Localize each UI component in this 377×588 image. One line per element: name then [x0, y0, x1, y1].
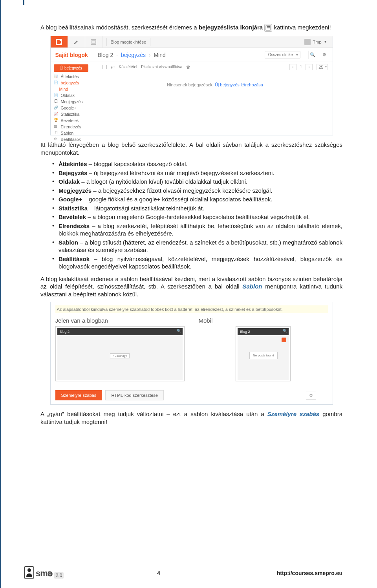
mobile-heading: Mobil [199, 317, 328, 324]
breadcrumb-row: Saját blogok Blog 2 · bejegyzés › Mind Ö… [51, 48, 333, 62]
chevron-down-icon: ▼ [324, 40, 327, 44]
tag-icon[interactable]: 🏷 [111, 65, 115, 69]
trash-icon[interactable]: 🗑 [186, 65, 190, 69]
footer-url: http://courses.smepro.eu [277, 570, 342, 576]
sidebar-item-statisztika[interactable]: 📈Statisztika [54, 111, 98, 117]
page-footer: smə 2.0 4 http://courses.smepro.eu [1, 570, 377, 576]
posts-link[interactable]: bejegyzés [121, 52, 146, 58]
blogger-logo-tab[interactable] [51, 36, 68, 47]
live-heading: Jelen van a blogban [55, 317, 185, 324]
list-item: Sablon – a blog stílusát (hátteret, az e… [52, 239, 342, 254]
main-area: 🏷 Közzététel Piszkozat visszaállítása 🗑 … [98, 62, 333, 135]
sidebar-item-mind[interactable]: Mind [54, 86, 98, 92]
empty-state: Nincsenek bejegyzések. Új bejegyzés létr… [98, 72, 333, 87]
posts-toolbar: 🏷 Közzététel Piszkozat visszaállítása 🗑 … [98, 62, 333, 72]
intro-post: kattintva megkezdeni! [274, 24, 331, 31]
template-hint: Az alapsablonból kiindulva személyre sza… [55, 305, 328, 313]
sidebar-icon: 💬 [54, 99, 59, 104]
svg-rect-3 [267, 29, 270, 29]
sidebar-icon: ▦ [54, 124, 59, 129]
search-icon[interactable]: 🔍 [308, 51, 317, 59]
list-item: Áttekintés – bloggal kapcsolatos összegz… [52, 160, 342, 168]
prev-page-button[interactable]: ‹ [289, 64, 296, 70]
version-badge: 2.0 [54, 572, 64, 579]
list-item: Oldalak – a blogot (a nyitóoldalon kívül… [52, 178, 342, 186]
list-item: Megjegyzés – a bejegyzésekhez fűzött olv… [52, 187, 342, 195]
list-item: Beállítások – blog nyilvánosságával, köz… [52, 255, 342, 270]
desktop-preview[interactable]: Blog 2🔍 + Jóváhagy [55, 326, 185, 381]
sidebar-item-elrendezés[interactable]: ▦Elrendezés [54, 124, 98, 130]
no-posts-label: No posts found [249, 352, 278, 359]
sidebar-icon: 🅃 [54, 131, 59, 135]
publish-button[interactable]: Közzététel [119, 65, 137, 69]
sme-logo: smə [36, 568, 53, 579]
list-item: Bevételek – a blogon megjelenő Google-hi… [52, 213, 342, 221]
sidebar-item-megjegyzés[interactable]: 💬Megjegyzés [54, 99, 98, 105]
paragraph-2: Itt látható lényegében a blog belső szer… [40, 141, 342, 156]
edit-html-button[interactable]: HTML-kód szerkesztése [105, 390, 164, 400]
my-blogs-label[interactable]: Saját blogok [51, 52, 98, 58]
intro-paragraph: A blog beállításainak módosítását, szerk… [40, 24, 342, 32]
gear-icon[interactable]: ⚙ [320, 51, 329, 59]
per-page-dropdown[interactable]: 25 [317, 64, 328, 70]
view-blog-button[interactable]: Blog megtekintése [106, 38, 151, 46]
revert-draft-button[interactable]: Piszkozat visszaállítása [141, 65, 182, 69]
menu-description-list: Áttekintés – bloggal kapcsolatos összegz… [40, 160, 342, 270]
user-menu[interactable]: Tmp ▼ [304, 39, 327, 45]
gear-icon[interactable]: ⚙ [306, 391, 316, 400]
sidebar-icon: 📄 [54, 93, 59, 98]
blog-name[interactable]: Blog 2 [98, 52, 113, 58]
template-editor-screenshot: Az alapsablonból kiindulva személyre sza… [50, 302, 333, 405]
customize-link: Személyre szabás [267, 411, 319, 417]
paragraph-4: A „gyári" beállításokat meg tudjuk válto… [40, 410, 342, 425]
posts-tab[interactable] [85, 36, 102, 47]
user-name: Tmp [313, 40, 322, 44]
preview-button: + Jóváhagy [110, 353, 130, 358]
svg-rect-2 [267, 27, 270, 28]
template-actions: Személyre szabás HTML-kód szerkesztése ⚙ [55, 386, 328, 400]
intro-pre: A blog beállításainak módosítását, szerk… [40, 24, 199, 31]
select-all-checkbox[interactable] [102, 65, 107, 69]
intro-bold: bejegyzéslista ikonjára [199, 24, 263, 31]
sidebar-item-áttekintés[interactable]: 📊Áttekintés [54, 73, 98, 80]
sidebar-item-bejegyzés[interactable]: 📄bejegyzés [54, 80, 98, 86]
sidebar-item-google+[interactable]: 🔗Google+ [54, 105, 98, 111]
sidebar-icon: ⚙ [54, 137, 59, 142]
mobile-preview-column: Mobil Blog 2🔍 No posts found [199, 317, 328, 381]
avatar-icon [24, 566, 34, 579]
new-post-button[interactable]: Új bejegyzés [54, 64, 88, 72]
list-item: Elrendezés – a blog szerkezetét, felépít… [52, 222, 342, 237]
page-number: 1 [299, 65, 304, 69]
sidebar-icon: 📈 [54, 112, 59, 117]
list-item: Google+ – google fiókkal és a google+ kö… [52, 195, 342, 203]
new-post-tab[interactable] [68, 36, 85, 47]
sidebar-icon: 🏆 [54, 118, 59, 123]
breadcrumb: Blog 2 · bejegyzés › Mind [98, 52, 265, 58]
filter-all: Mind [154, 52, 165, 58]
customize-button[interactable]: Személyre szabás [55, 390, 102, 400]
sidebar-icon: 📊 [54, 74, 59, 79]
user-avatar-icon [304, 39, 311, 45]
top-bar: Blog megtekintése Tmp ▼ [51, 36, 333, 48]
list-item: Bejegyzés – új bejegyzést létrehozni és … [52, 169, 342, 177]
sidebar-item-bevételek[interactable]: 🏆Bevételek [54, 117, 98, 124]
search-icon: 🔍 [283, 329, 287, 333]
sidebar-item-sablon[interactable]: 🅃Sablon [54, 130, 98, 136]
mobile-preview[interactable]: Blog 2🔍 No posts found [236, 326, 291, 381]
rss-icon [282, 338, 286, 342]
next-page-button[interactable]: › [306, 64, 313, 70]
sidebar-icon: 📄 [54, 80, 59, 85]
sidebar-icon: 🔗 [54, 106, 59, 110]
create-post-link[interactable]: Új bejegyzés létrehozása [215, 82, 263, 87]
sidebar-item-beállítások[interactable]: ⚙Beállítások [54, 136, 98, 142]
blogger-admin-screenshot: Blog megtekintése Tmp ▼ Saját blogok Blo… [50, 36, 333, 135]
live-preview-column: Jelen van a blogban Blog 2🔍 + Jóváhagy [55, 317, 185, 381]
footer-logo: smə 2.0 [24, 566, 64, 579]
search-icon: 🔍 [177, 329, 181, 333]
svg-rect-1 [267, 26, 270, 27]
labels-dropdown[interactable]: Összes címke [265, 51, 300, 58]
sidebar: Új bejegyzés 📊Áttekintés📄bejegyzésMind📄O… [51, 62, 98, 135]
page-number: 4 [40, 570, 277, 576]
post-list-icon [264, 24, 272, 32]
sidebar-item-oldalak[interactable]: 📄Oldalak [54, 92, 98, 99]
